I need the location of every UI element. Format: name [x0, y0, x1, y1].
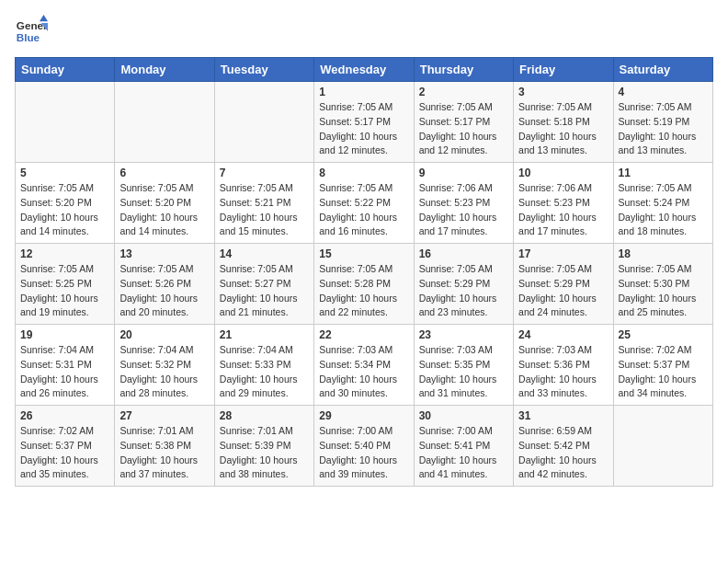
- calendar-cell: 20Sunrise: 7:04 AM Sunset: 5:32 PM Dayli…: [115, 325, 214, 406]
- day-number: 17: [518, 247, 608, 260]
- day-info: Sunrise: 7:05 AM Sunset: 5:22 PM Dayligh…: [319, 181, 408, 239]
- day-info: Sunrise: 7:05 AM Sunset: 5:28 PM Dayligh…: [319, 262, 408, 320]
- calendar-cell: 9Sunrise: 7:06 AM Sunset: 5:23 PM Daylig…: [414, 163, 513, 244]
- day-number: 25: [619, 328, 708, 341]
- day-number: 19: [20, 328, 109, 341]
- day-info: Sunrise: 7:01 AM Sunset: 5:38 PM Dayligh…: [119, 424, 209, 482]
- calendar-cell: 12Sunrise: 7:05 AM Sunset: 5:25 PM Dayli…: [16, 244, 115, 325]
- day-number: 3: [518, 86, 608, 98]
- day-number: 21: [220, 328, 309, 341]
- day-number: 13: [119, 247, 209, 260]
- day-info: Sunrise: 7:06 AM Sunset: 5:23 PM Dayligh…: [518, 181, 608, 239]
- week-row-4: 19Sunrise: 7:04 AM Sunset: 5:31 PM Dayli…: [16, 325, 713, 406]
- calendar-cell: 28Sunrise: 7:01 AM Sunset: 5:39 PM Dayli…: [214, 406, 313, 487]
- calendar-cell: 10Sunrise: 7:06 AM Sunset: 5:23 PM Dayli…: [514, 163, 613, 244]
- day-number: 27: [119, 409, 209, 422]
- calendar-cell: 6Sunrise: 7:05 AM Sunset: 5:20 PM Daylig…: [115, 163, 214, 244]
- calendar-cell: 30Sunrise: 7:00 AM Sunset: 5:41 PM Dayli…: [414, 406, 513, 487]
- weekday-header-monday: Monday: [115, 58, 214, 82]
- calendar-cell: 25Sunrise: 7:02 AM Sunset: 5:37 PM Dayli…: [613, 325, 712, 406]
- calendar-cell: [613, 406, 712, 487]
- calendar-table: SundayMondayTuesdayWednesdayThursdayFrid…: [15, 57, 713, 487]
- day-number: 5: [20, 167, 109, 179]
- day-info: Sunrise: 6:59 AM Sunset: 5:42 PM Dayligh…: [518, 424, 608, 482]
- day-number: 31: [518, 409, 608, 422]
- day-number: 15: [319, 247, 408, 260]
- week-row-2: 5Sunrise: 7:05 AM Sunset: 5:20 PM Daylig…: [16, 163, 713, 244]
- weekday-header-saturday: Saturday: [613, 58, 712, 82]
- calendar-cell: 1Sunrise: 7:05 AM Sunset: 5:17 PM Daylig…: [314, 82, 414, 163]
- calendar-cell: 27Sunrise: 7:01 AM Sunset: 5:38 PM Dayli…: [115, 406, 214, 487]
- day-info: Sunrise: 7:02 AM Sunset: 5:37 PM Dayligh…: [619, 343, 708, 401]
- day-info: Sunrise: 7:04 AM Sunset: 5:31 PM Dayligh…: [20, 343, 109, 401]
- calendar-cell: 7Sunrise: 7:05 AM Sunset: 5:21 PM Daylig…: [214, 163, 313, 244]
- day-info: Sunrise: 7:00 AM Sunset: 5:41 PM Dayligh…: [419, 424, 508, 482]
- day-info: Sunrise: 7:05 AM Sunset: 5:25 PM Dayligh…: [20, 262, 109, 320]
- day-info: Sunrise: 7:01 AM Sunset: 5:39 PM Dayligh…: [220, 424, 309, 482]
- calendar-cell: 19Sunrise: 7:04 AM Sunset: 5:31 PM Dayli…: [16, 325, 115, 406]
- calendar-cell: [214, 82, 313, 163]
- calendar-cell: 2Sunrise: 7:05 AM Sunset: 5:17 PM Daylig…: [414, 82, 513, 163]
- weekday-header-tuesday: Tuesday: [214, 58, 313, 82]
- calendar-cell: 29Sunrise: 7:00 AM Sunset: 5:40 PM Dayli…: [314, 406, 414, 487]
- day-number: 16: [419, 247, 508, 260]
- week-row-5: 26Sunrise: 7:02 AM Sunset: 5:37 PM Dayli…: [16, 406, 713, 487]
- day-number: 20: [119, 328, 209, 341]
- calendar-cell: 18Sunrise: 7:05 AM Sunset: 5:30 PM Dayli…: [613, 244, 712, 325]
- weekday-header-wednesday: Wednesday: [314, 58, 414, 82]
- calendar-cell: 24Sunrise: 7:03 AM Sunset: 5:36 PM Dayli…: [514, 325, 613, 406]
- calendar-cell: [115, 82, 214, 163]
- day-info: Sunrise: 7:05 AM Sunset: 5:18 PM Dayligh…: [518, 100, 608, 158]
- day-info: Sunrise: 7:05 AM Sunset: 5:20 PM Dayligh…: [20, 181, 109, 239]
- logo: General Blue: [15, 15, 48, 48]
- day-number: 2: [419, 86, 508, 98]
- day-info: Sunrise: 7:02 AM Sunset: 5:37 PM Dayligh…: [20, 424, 109, 482]
- calendar-cell: 16Sunrise: 7:05 AM Sunset: 5:29 PM Dayli…: [414, 244, 513, 325]
- day-info: Sunrise: 7:03 AM Sunset: 5:34 PM Dayligh…: [319, 343, 408, 401]
- weekday-header-sunday: Sunday: [16, 58, 115, 82]
- day-info: Sunrise: 7:05 AM Sunset: 5:29 PM Dayligh…: [419, 262, 508, 320]
- day-number: 23: [419, 328, 508, 341]
- calendar-cell: 15Sunrise: 7:05 AM Sunset: 5:28 PM Dayli…: [314, 244, 414, 325]
- svg-marker-2: [40, 15, 48, 21]
- day-number: 11: [619, 167, 708, 179]
- day-info: Sunrise: 7:00 AM Sunset: 5:40 PM Dayligh…: [319, 424, 408, 482]
- calendar-cell: 3Sunrise: 7:05 AM Sunset: 5:18 PM Daylig…: [514, 82, 613, 163]
- day-info: Sunrise: 7:05 AM Sunset: 5:17 PM Dayligh…: [319, 100, 408, 158]
- calendar-cell: 17Sunrise: 7:05 AM Sunset: 5:29 PM Dayli…: [514, 244, 613, 325]
- day-number: 4: [619, 86, 708, 98]
- day-number: 9: [419, 167, 508, 179]
- day-info: Sunrise: 7:05 AM Sunset: 5:30 PM Dayligh…: [619, 262, 708, 320]
- calendar-cell: 5Sunrise: 7:05 AM Sunset: 5:20 PM Daylig…: [16, 163, 115, 244]
- calendar-cell: 14Sunrise: 7:05 AM Sunset: 5:27 PM Dayli…: [214, 244, 313, 325]
- day-info: Sunrise: 7:06 AM Sunset: 5:23 PM Dayligh…: [419, 181, 508, 239]
- calendar-cell: 23Sunrise: 7:03 AM Sunset: 5:35 PM Dayli…: [414, 325, 513, 406]
- week-row-1: 1Sunrise: 7:05 AM Sunset: 5:17 PM Daylig…: [16, 82, 713, 163]
- day-info: Sunrise: 7:05 AM Sunset: 5:29 PM Dayligh…: [518, 262, 608, 320]
- day-info: Sunrise: 7:05 AM Sunset: 5:24 PM Dayligh…: [619, 181, 708, 239]
- day-number: 10: [518, 167, 608, 179]
- day-info: Sunrise: 7:05 AM Sunset: 5:21 PM Dayligh…: [220, 181, 309, 239]
- day-number: 1: [319, 86, 408, 98]
- day-number: 14: [220, 247, 309, 260]
- day-number: 29: [319, 409, 408, 422]
- day-info: Sunrise: 7:04 AM Sunset: 5:33 PM Dayligh…: [220, 343, 309, 401]
- week-row-3: 12Sunrise: 7:05 AM Sunset: 5:25 PM Dayli…: [16, 244, 713, 325]
- day-number: 12: [20, 247, 109, 260]
- day-number: 22: [319, 328, 408, 341]
- day-info: Sunrise: 7:03 AM Sunset: 5:36 PM Dayligh…: [518, 343, 608, 401]
- day-number: 8: [319, 167, 408, 179]
- logo-icon: General Blue: [15, 15, 48, 48]
- day-number: 7: [220, 167, 309, 179]
- day-number: 6: [119, 167, 209, 179]
- day-number: 26: [20, 409, 109, 422]
- weekday-header-row: SundayMondayTuesdayWednesdayThursdayFrid…: [16, 58, 713, 82]
- calendar-cell: 22Sunrise: 7:03 AM Sunset: 5:34 PM Dayli…: [314, 325, 414, 406]
- day-info: Sunrise: 7:04 AM Sunset: 5:32 PM Dayligh…: [119, 343, 209, 401]
- day-info: Sunrise: 7:05 AM Sunset: 5:20 PM Dayligh…: [119, 181, 209, 239]
- day-number: 30: [419, 409, 508, 422]
- day-info: Sunrise: 7:05 AM Sunset: 5:26 PM Dayligh…: [119, 262, 209, 320]
- day-info: Sunrise: 7:03 AM Sunset: 5:35 PM Dayligh…: [419, 343, 508, 401]
- calendar-cell: 13Sunrise: 7:05 AM Sunset: 5:26 PM Dayli…: [115, 244, 214, 325]
- calendar-cell: 11Sunrise: 7:05 AM Sunset: 5:24 PM Dayli…: [613, 163, 712, 244]
